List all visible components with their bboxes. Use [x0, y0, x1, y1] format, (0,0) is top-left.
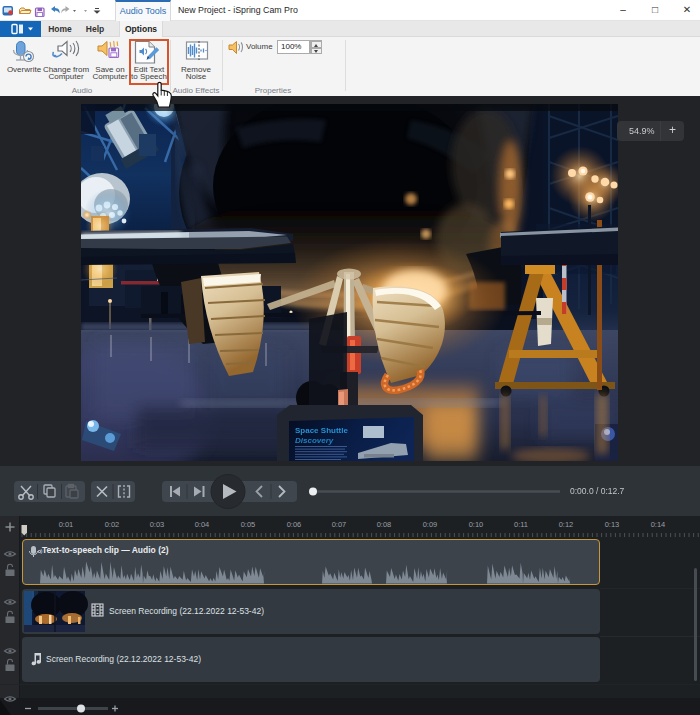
svg-text:Screen Recording (22.12.2022 1: Screen Recording (22.12.2022 12-53-42) [109, 606, 264, 616]
svg-text:Space Shuttle: Space Shuttle [295, 426, 348, 435]
svg-text:Discovery: Discovery [295, 436, 334, 445]
svg-text:Screen Recording (22.12.2022 1: Screen Recording (22.12.2022 12-53-42) [46, 654, 201, 664]
svg-text:Text-to-speech clip — Audio (2: Text-to-speech clip — Audio (2) [42, 545, 169, 555]
